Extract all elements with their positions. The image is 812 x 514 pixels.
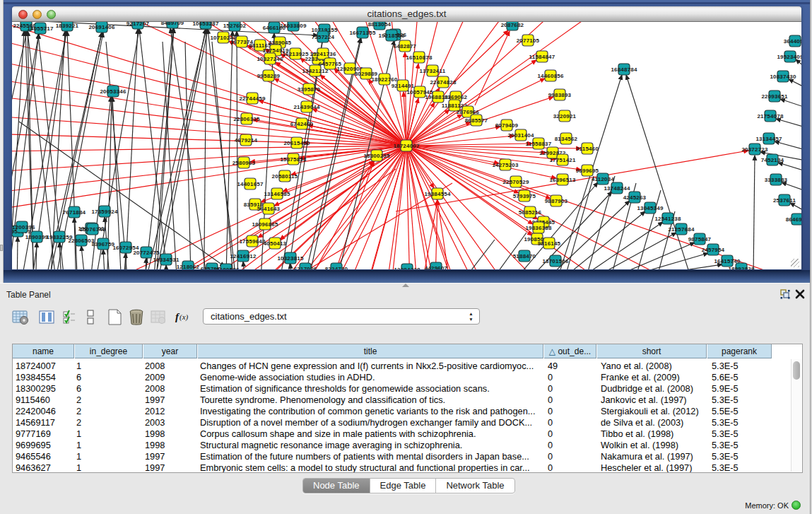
svg-text:6217026: 6217026 [294, 266, 317, 269]
svg-text:18300295: 18300295 [363, 153, 390, 159]
svg-text:8134562: 8134562 [555, 136, 578, 142]
svg-text:1890399: 1890399 [25, 234, 49, 240]
svg-text:2087682: 2087682 [501, 22, 524, 28]
svg-text:2537611: 2537611 [773, 197, 796, 204]
svg-text:4112034: 4112034 [592, 176, 614, 182]
svg-text:7357224: 7357224 [312, 34, 335, 40]
svg-text:9217207: 9217207 [126, 22, 150, 27]
svg-text:14401657: 14401657 [237, 181, 264, 187]
svg-text:3220921: 3220921 [553, 113, 577, 119]
svg-text:6482877: 6482877 [394, 43, 417, 49]
svg-text:22306335: 22306335 [233, 116, 260, 122]
svg-text:11558837: 11558837 [526, 141, 552, 147]
svg-text:9699695: 9699695 [576, 168, 599, 174]
svg-text:8396759: 8396759 [92, 241, 115, 247]
svg-text:12294238: 12294238 [394, 267, 420, 269]
svg-text:12416912: 12416912 [230, 253, 257, 259]
svg-text:13421212: 13421212 [302, 68, 329, 74]
svg-text:18724007: 18724007 [393, 143, 420, 149]
svg-text:14055717: 14055717 [27, 25, 54, 32]
svg-text:20053346: 20053346 [100, 88, 126, 95]
svg-text:10334531: 10334531 [153, 257, 180, 263]
svg-text:13045349: 13045349 [637, 205, 664, 211]
svg-text:10653287: 10653287 [192, 22, 219, 27]
svg-text:15180586: 15180586 [213, 267, 240, 269]
svg-text:22093651: 22093651 [761, 93, 788, 100]
svg-text:12541238: 12541238 [654, 216, 681, 222]
svg-text:19384554: 19384554 [424, 191, 451, 197]
svg-text:16510878: 16510878 [406, 54, 433, 61]
svg-text:18922760: 18922760 [371, 76, 398, 83]
svg-text:17751421: 17751421 [549, 157, 576, 163]
svg-text:8685577: 8685577 [465, 117, 488, 124]
svg-text:18096865: 18096865 [252, 221, 278, 228]
svg-text:3395870: 3395870 [298, 86, 321, 93]
svg-text:20372723: 20372723 [741, 146, 768, 153]
svg-text:(x): (x) [180, 313, 189, 322]
svg-text:10837430: 10837430 [770, 74, 796, 80]
svg-text:13134457: 13134457 [755, 136, 782, 142]
svg-text:8079409: 8079409 [495, 122, 519, 129]
svg-text:2457954: 2457954 [702, 247, 725, 253]
svg-text:15076749: 15076749 [79, 226, 106, 233]
svg-text:14275203: 14275203 [492, 162, 519, 168]
svg-text:20691406: 20691406 [88, 24, 115, 30]
svg-text:21257684: 21257684 [668, 226, 695, 233]
svg-text:16396513: 16396513 [549, 177, 576, 183]
svg-text:8224730: 8224730 [325, 266, 348, 269]
svg-text:4679214: 4679214 [235, 137, 258, 144]
svg-text:20615450: 20615450 [283, 140, 310, 146]
svg-text:13241736: 13241736 [310, 51, 336, 57]
svg-text:1527602: 1527602 [223, 23, 247, 29]
svg-text:4429607: 4429607 [425, 265, 448, 269]
svg-text:20772475: 20772475 [133, 250, 160, 256]
svg-text:9875847: 9875847 [688, 236, 712, 243]
svg-text:20580115: 20580115 [272, 173, 298, 180]
svg-text:9115460: 9115460 [576, 146, 599, 152]
svg-text:21439044: 21439044 [293, 104, 320, 110]
svg-text:17559643: 17559643 [239, 238, 266, 245]
svg-text:7452134: 7452134 [761, 157, 784, 163]
svg-text:20031404: 20031404 [507, 132, 534, 139]
svg-text:19836388: 19836388 [525, 225, 552, 231]
svg-text:21200396: 21200396 [12, 224, 35, 230]
svg-text:16033809: 16033809 [280, 23, 307, 29]
svg-text:18992829: 18992829 [728, 266, 755, 269]
svg-text:22474828: 22474828 [430, 79, 457, 86]
svg-text:9958289: 9958289 [257, 73, 281, 79]
svg-text:5685216: 5685216 [519, 209, 542, 216]
svg-text:14460856: 14460856 [537, 73, 564, 79]
svg-text:22744459: 22744459 [239, 95, 266, 102]
svg-text:4245263: 4245263 [623, 194, 647, 201]
svg-text:13732411: 13732411 [420, 68, 446, 74]
svg-text:15375853: 15375853 [280, 156, 307, 163]
svg-text:13146585: 13146585 [264, 191, 290, 197]
svg-text:3333883: 3333883 [765, 177, 788, 183]
svg-text:13701506: 13701506 [542, 258, 569, 264]
svg-text:9816145: 9816145 [538, 240, 561, 247]
svg-text:2580963: 2580963 [233, 160, 256, 166]
svg-text:16671355: 16671355 [349, 30, 376, 36]
svg-text:9887903: 9887903 [545, 198, 568, 204]
svg-text:11584847: 11584847 [529, 54, 555, 60]
svg-text:8646997: 8646997 [786, 216, 801, 223]
svg-text:8813054: 8813054 [368, 22, 392, 28]
svg-text:5641643: 5641643 [257, 206, 281, 212]
svg-text:5793975: 5793975 [513, 193, 536, 199]
svg-text:4050413: 4050413 [264, 240, 287, 247]
svg-text:7671884: 7671884 [63, 209, 86, 216]
svg-text:19218506: 19218506 [378, 33, 405, 39]
svg-text:9983893: 9983893 [548, 92, 572, 98]
svg-text:9214491: 9214491 [392, 83, 415, 89]
svg-text:17359924: 17359924 [91, 209, 118, 215]
svg-text:10327246: 10327246 [257, 56, 283, 62]
svg-text:22570529: 22570529 [502, 179, 529, 185]
svg-text:21754078: 21754078 [757, 113, 784, 119]
svg-text:13748244: 13748244 [604, 185, 630, 192]
svg-text:2077105: 2077105 [517, 37, 540, 44]
svg-text:5188470: 5188470 [513, 253, 536, 259]
svg-text:19523409: 19523409 [777, 54, 801, 60]
svg-text:3644095: 3644095 [784, 38, 801, 45]
svg-text:10323815: 10323815 [277, 255, 304, 262]
svg-text:1839221: 1839221 [56, 23, 79, 29]
